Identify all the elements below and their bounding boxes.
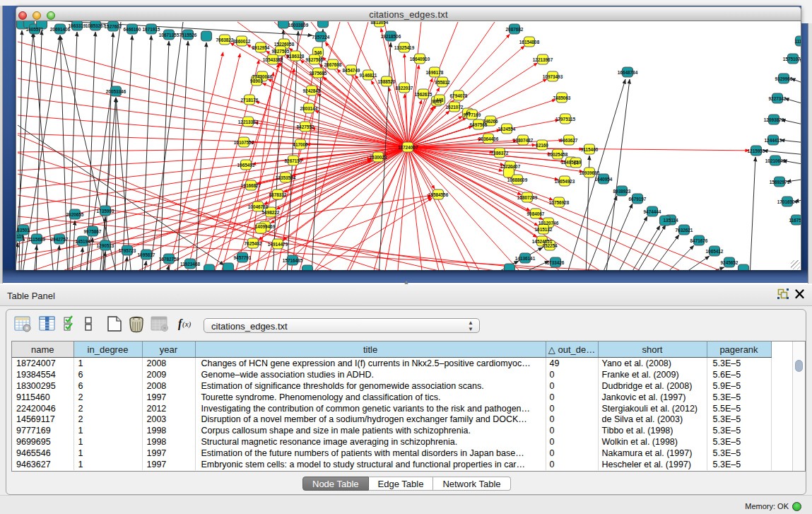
svg-text:13325419: 13325419	[394, 45, 415, 50]
svg-text:12093872: 12093872	[764, 117, 784, 122]
svg-text:15692971: 15692971	[770, 180, 790, 185]
svg-text:64: 64	[573, 160, 579, 165]
svg-text:8878332: 8878332	[269, 192, 287, 197]
svg-text:8454749: 8454749	[343, 68, 360, 73]
svg-text:1063319: 1063319	[69, 23, 86, 28]
svg-text:2942757: 2942757	[51, 237, 69, 242]
svg-text:9327505: 9327505	[306, 57, 324, 62]
svg-text:20053346: 20053346	[106, 89, 126, 94]
svg-text:15807249: 15807249	[517, 195, 538, 200]
svg-text:39119: 39119	[16, 234, 24, 239]
svg-text:135114: 135114	[664, 218, 678, 223]
svg-text:2530023: 2530023	[370, 155, 387, 160]
svg-text:11172: 11172	[794, 39, 801, 44]
svg-text:8860012: 8860012	[233, 39, 251, 44]
svg-text:1795723: 1795723	[119, 248, 136, 253]
svg-text:9146821: 9146821	[360, 73, 377, 78]
svg-text:1735993: 1735993	[97, 209, 114, 214]
svg-text:17975115: 17975115	[555, 117, 576, 122]
svg-text:1621072: 1621072	[446, 105, 464, 110]
svg-text:18724007: 18724007	[398, 145, 418, 150]
svg-text:2020655: 2020655	[66, 212, 84, 217]
svg-text:8471676: 8471676	[690, 238, 708, 243]
svg-text:1615132: 1615132	[535, 227, 553, 232]
svg-text:10210643: 10210643	[765, 158, 786, 163]
svg-text:9245652: 9245652	[721, 260, 739, 265]
svg-text:16154808: 16154808	[519, 40, 540, 45]
svg-text:2803144: 2803144	[300, 106, 318, 111]
svg-text:1065412: 1065412	[706, 249, 724, 254]
svg-text:83501: 83501	[17, 228, 30, 233]
svg-text:417006: 417006	[293, 142, 308, 147]
svg-text:1215955: 1215955	[748, 148, 765, 153]
svg-text:15720407: 15720407	[500, 164, 521, 169]
svg-text:1244415: 1244415	[765, 138, 782, 143]
svg-text:10688609: 10688609	[507, 177, 528, 182]
svg-text:16782759: 16782759	[159, 257, 180, 262]
svg-text:2718176: 2718176	[241, 98, 259, 103]
svg-text:7357224: 7357224	[312, 35, 330, 40]
svg-text:(x): (x)	[182, 320, 192, 329]
svg-text:9329966: 9329966	[775, 76, 793, 81]
svg-text:10543382: 10543382	[263, 57, 283, 62]
svg-text:6794078: 6794078	[450, 93, 468, 98]
svg-text:1562615: 1562615	[415, 92, 433, 97]
svg-text:11923468: 11923468	[180, 262, 201, 267]
svg-text:8912954: 8912954	[252, 45, 270, 50]
svg-text:1115689: 1115689	[28, 237, 46, 242]
svg-text:8813054: 8813054	[371, 21, 389, 25]
svg-text:19654923: 19654923	[555, 179, 575, 184]
svg-text:1733426: 1733426	[547, 260, 565, 265]
svg-text:17016504: 17016504	[777, 199, 798, 204]
svg-text:8322037: 8322037	[396, 86, 413, 90]
svg-text:10120746: 10120746	[539, 221, 559, 226]
svg-text:9227342: 9227342	[769, 96, 787, 101]
svg-text:14914479: 14914479	[268, 242, 288, 247]
svg-text:9777169: 9777169	[464, 112, 481, 117]
svg-text:1696178: 1696178	[426, 70, 444, 75]
svg-text:16648784: 16648784	[618, 70, 638, 75]
svg-text:10046788: 10046788	[248, 204, 269, 209]
svg-text:5498222: 5498222	[262, 210, 280, 215]
svg-text:10853267: 10853267	[86, 23, 106, 28]
svg-text:10671355: 10671355	[159, 33, 180, 37]
svg-text:8267150: 8267150	[285, 158, 302, 163]
svg-text:6466160: 6466160	[124, 27, 141, 32]
svg-text:1527602: 1527602	[105, 24, 122, 29]
svg-text:20364436: 20364436	[478, 136, 499, 141]
svg-text:1624554: 1624554	[498, 127, 516, 132]
svg-text:145194: 145194	[75, 239, 90, 244]
svg-text:7625402: 7625402	[245, 241, 262, 246]
svg-text:2867608: 2867608	[324, 62, 342, 67]
svg-text:8938923: 8938923	[613, 189, 631, 194]
svg-text:7485063: 7485063	[553, 95, 571, 100]
svg-text:1095817: 1095817	[138, 252, 155, 257]
svg-text:12213383: 12213383	[238, 119, 259, 124]
svg-text:10025458: 10025458	[548, 152, 568, 157]
svg-text:62160: 62160	[536, 143, 548, 148]
svg-text:14136141: 14136141	[515, 256, 536, 261]
svg-text:6497568: 6497568	[470, 122, 488, 127]
svg-text:19166827: 19166827	[241, 183, 261, 188]
svg-text:546: 546	[314, 50, 322, 55]
svg-text:16939695: 16939695	[579, 170, 600, 175]
svg-text:8186328: 8186328	[287, 54, 305, 59]
svg-text:7386372: 7386372	[491, 151, 509, 156]
svg-text:9084067: 9084067	[527, 211, 545, 216]
svg-text:6679197: 6679197	[629, 197, 647, 201]
svg-text:8427552: 8427552	[297, 124, 314, 129]
svg-text:10807487: 10807487	[513, 138, 534, 143]
svg-text:14099469: 14099469	[255, 224, 276, 229]
svg-text:15226058: 15226058	[274, 42, 295, 47]
svg-text:1965493: 1965493	[237, 163, 255, 168]
svg-text:19584556: 19584556	[428, 192, 449, 197]
svg-text:1640954: 1640954	[595, 177, 613, 182]
svg-text:10756928: 10756928	[549, 200, 570, 205]
svg-text:3875685: 3875685	[310, 71, 327, 76]
svg-text:9975867: 9975867	[84, 229, 102, 234]
svg-text:9457791: 9457791	[234, 255, 252, 260]
svg-text:7632621: 7632621	[676, 228, 693, 233]
svg-text:7515526: 7515526	[180, 33, 197, 37]
svg-text:12213967: 12213967	[533, 57, 553, 62]
svg-text:10973493: 10973493	[543, 74, 563, 79]
